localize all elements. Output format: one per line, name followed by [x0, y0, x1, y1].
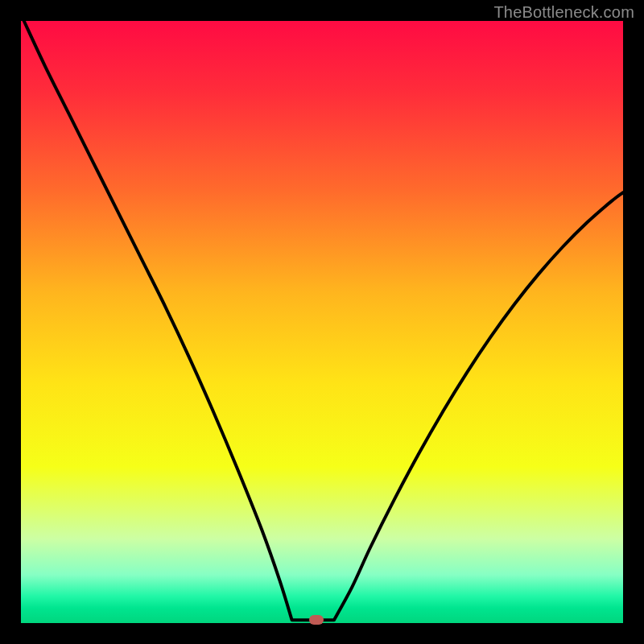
optimum-marker	[309, 615, 324, 625]
chart-frame: TheBottleneck.com	[0, 0, 644, 644]
bottleneck-chart	[21, 21, 623, 623]
watermark-text: TheBottleneck.com	[493, 3, 634, 22]
gradient-background	[21, 21, 623, 623]
